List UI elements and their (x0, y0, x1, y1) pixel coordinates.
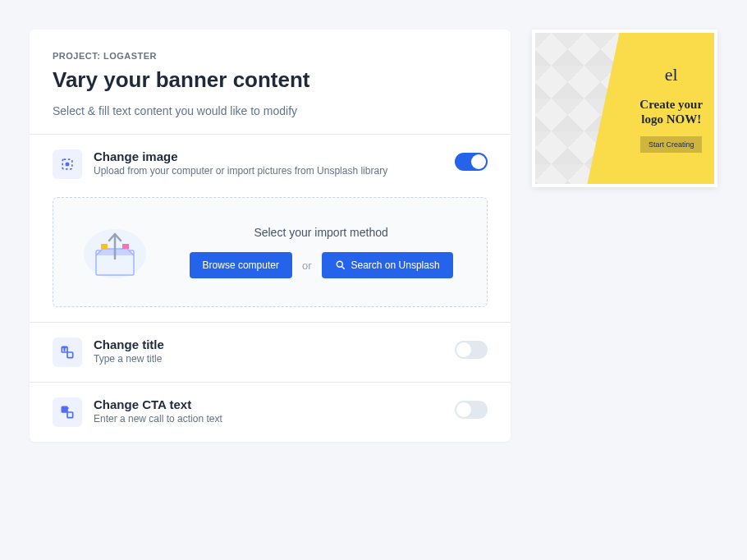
change-cta-desc: Enter a new call to action text (94, 413, 443, 425)
change-image-toggle[interactable] (455, 153, 488, 171)
or-separator: or (302, 259, 312, 272)
change-image-desc: Upload from your computer or import pict… (94, 165, 443, 177)
image-frame-icon (53, 149, 82, 179)
svg-point-6 (337, 261, 342, 267)
panel-header: PROJECT: LOGASTER Vary your banner conte… (30, 30, 511, 134)
change-cta-toggle[interactable] (455, 401, 488, 419)
change-title-title: Change title (94, 337, 443, 351)
svg-rect-9 (67, 352, 73, 358)
banner-image-area (535, 33, 628, 184)
page-title: Vary your banner content (53, 67, 488, 93)
banner-logo: el (665, 64, 678, 85)
content-editor-panel: PROJECT: LOGASTER Vary your banner conte… (30, 30, 511, 442)
banner-headline: Create your logo NOW! (635, 97, 708, 126)
change-title-section: T Change title Type a new title (30, 322, 511, 382)
import-method-label: Select your import method (172, 226, 470, 239)
upload-illustration-icon (78, 219, 152, 285)
browse-computer-button[interactable]: Browse computer (190, 252, 292, 278)
text-edit-icon: T (53, 337, 82, 367)
change-title-desc: Type a new title (94, 353, 443, 365)
svg-point-1 (66, 163, 68, 165)
svg-text:T: T (63, 347, 66, 351)
change-cta-title: Change CTA text (94, 397, 443, 411)
cta-edit-icon (53, 397, 82, 427)
svg-line-7 (341, 267, 344, 269)
banner-preview: el Create your logo NOW! Start Creating (532, 30, 717, 187)
page-subtitle: Select & fill text content you would lik… (53, 104, 488, 117)
change-title-toggle[interactable] (455, 341, 488, 359)
svg-rect-4 (101, 244, 108, 249)
project-label: PROJECT: LOGASTER (53, 51, 488, 61)
search-icon (335, 259, 346, 271)
change-cta-section: Change CTA text Enter a new call to acti… (30, 382, 511, 442)
svg-rect-5 (122, 244, 129, 249)
import-method-box: Select your import method Browse compute… (53, 197, 488, 307)
svg-rect-12 (67, 412, 73, 418)
change-image-section: Change image Upload from your computer o… (30, 134, 511, 322)
change-image-title: Change image (94, 149, 443, 163)
search-unsplash-button[interactable]: Search on Unsplash (322, 252, 453, 278)
banner-cta-button[interactable]: Start Creating (640, 136, 703, 153)
